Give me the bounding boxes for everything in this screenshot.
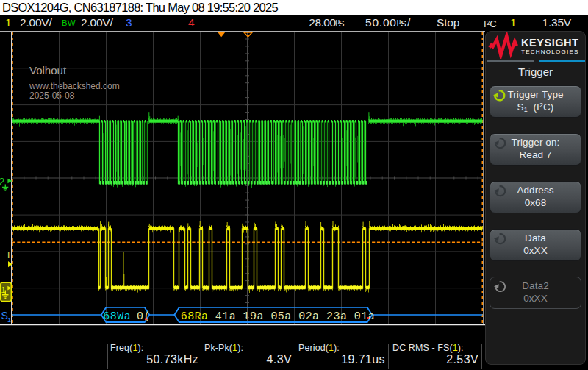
svg-text:0(: 0(	[137, 310, 151, 323]
svg-text:2: 2	[0, 176, 5, 188]
svg-text:1: 1	[7, 316, 11, 324]
svg-text:41a 19a 05a 02a 23a 01a: 41a 19a 05a 02a 23a 01a	[215, 310, 375, 323]
svg-text:T: T	[6, 250, 12, 260]
svg-text:68Ra: 68Ra	[181, 310, 209, 323]
svg-text:68Wa: 68Wa	[103, 310, 131, 323]
